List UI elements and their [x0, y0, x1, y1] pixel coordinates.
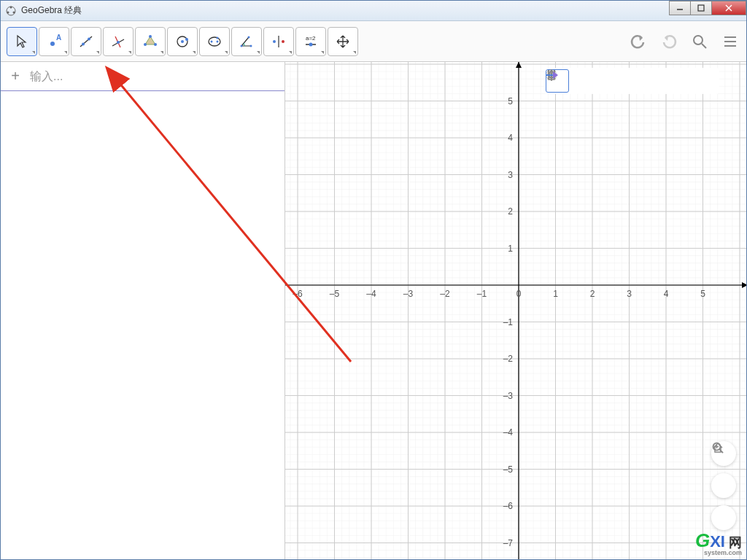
svg-text:3: 3 [627, 289, 632, 299]
svg-text:–2: –2 [440, 289, 450, 299]
svg-text:2: 2 [590, 289, 595, 299]
svg-marker-232 [553, 71, 558, 79]
svg-text:–7: –7 [503, 538, 514, 548]
svg-point-2 [13, 11, 15, 13]
style-button[interactable] [694, 69, 718, 93]
tool-angle[interactable] [231, 27, 262, 56]
svg-text:1: 1 [553, 289, 558, 299]
tool-line[interactable] [71, 27, 101, 56]
close-button[interactable] [711, 1, 746, 15]
tool-ellipse[interactable] [199, 27, 230, 56]
svg-point-29 [248, 36, 250, 38]
svg-text:–3: –3 [503, 391, 514, 401]
app-icon [5, 5, 17, 17]
svg-point-18 [154, 43, 157, 46]
svg-text:–6: –6 [293, 289, 303, 299]
svg-point-12 [88, 37, 90, 40]
svg-point-3 [7, 11, 9, 13]
svg-point-19 [144, 43, 147, 46]
svg-text:–6: –6 [503, 501, 514, 511]
snap-button[interactable] [620, 69, 643, 93]
svg-text:–5: –5 [330, 289, 340, 299]
svg-point-35 [309, 42, 313, 46]
menu-button[interactable] [720, 31, 740, 52]
tool-polygon[interactable] [135, 27, 166, 56]
svg-text:1: 1 [508, 244, 513, 254]
svg-point-17 [149, 35, 152, 38]
tool-move-view[interactable] [328, 27, 358, 56]
svg-text:5: 5 [508, 96, 513, 106]
svg-point-32 [282, 40, 285, 43]
toggle-grid-button[interactable] [570, 69, 594, 93]
svg-point-9 [50, 42, 55, 46]
settings-button[interactable] [645, 69, 668, 93]
maximize-button[interactable] [690, 1, 712, 15]
svg-rect-5 [698, 5, 704, 11]
svg-text:5: 5 [700, 289, 705, 299]
svg-point-28 [250, 44, 252, 47]
svg-text:–1: –1 [477, 289, 487, 299]
undo-button[interactable] [628, 31, 649, 52]
svg-point-25 [217, 40, 219, 42]
tool-move[interactable] [7, 27, 37, 56]
zoom-in-button[interactable] [711, 473, 736, 498]
home-button[interactable] [595, 69, 619, 93]
main-toolbar: A a=2 [1, 21, 746, 62]
tool-circle[interactable] [167, 27, 198, 56]
svg-text:4: 4 [508, 133, 513, 143]
tool-perpendicular[interactable] [103, 27, 133, 56]
tool-slider[interactable]: a=2 [295, 27, 326, 56]
search-button[interactable] [689, 31, 710, 52]
tool-reflect[interactable] [263, 27, 294, 56]
svg-line-10 [80, 36, 92, 47]
tool-point[interactable]: A [39, 27, 69, 56]
svg-point-1 [10, 6, 12, 8]
svg-point-31 [273, 40, 276, 43]
svg-text:4: 4 [664, 289, 669, 299]
svg-text:3: 3 [508, 170, 513, 180]
svg-text:–2: –2 [503, 354, 514, 364]
svg-point-22 [185, 38, 188, 41]
svg-point-26 [217, 36, 219, 39]
add-input-button[interactable]: + [7, 68, 24, 85]
svg-text:–4: –4 [366, 289, 376, 299]
svg-text:A: A [56, 34, 61, 42]
svg-text:–4: –4 [503, 427, 514, 438]
options-button[interactable] [670, 69, 693, 93]
svg-point-23 [209, 37, 220, 46]
svg-point-11 [82, 42, 85, 45]
input-row: + [1, 62, 285, 91]
svg-point-15 [117, 41, 120, 44]
graph-view[interactable]: –6–5–4–3–2–1012345–7–6–5–4–3–2–112345 [285, 62, 746, 559]
svg-text:–3: –3 [403, 289, 414, 299]
titlebar: GeoGebra 经典 [1, 1, 746, 21]
svg-text:0: 0 [516, 289, 522, 299]
view-toolbar [544, 68, 719, 94]
svg-point-24 [211, 40, 213, 42]
svg-text:–1: –1 [503, 317, 514, 327]
minimize-button[interactable] [669, 1, 691, 15]
svg-text:2: 2 [508, 206, 513, 217]
redo-button[interactable] [659, 31, 679, 52]
zoom-out-button[interactable] [711, 505, 736, 530]
window-title: GeoGebra 经典 [21, 4, 82, 17]
algebra-input[interactable] [24, 67, 279, 86]
svg-text:–5: –5 [503, 464, 514, 475]
svg-text:a=2: a=2 [306, 35, 316, 42]
svg-point-36 [694, 36, 703, 44]
algebra-panel: + [1, 62, 285, 559]
svg-line-37 [702, 44, 706, 48]
svg-point-21 [181, 40, 184, 43]
svg-point-27 [241, 44, 243, 47]
svg-line-238 [720, 450, 724, 454]
